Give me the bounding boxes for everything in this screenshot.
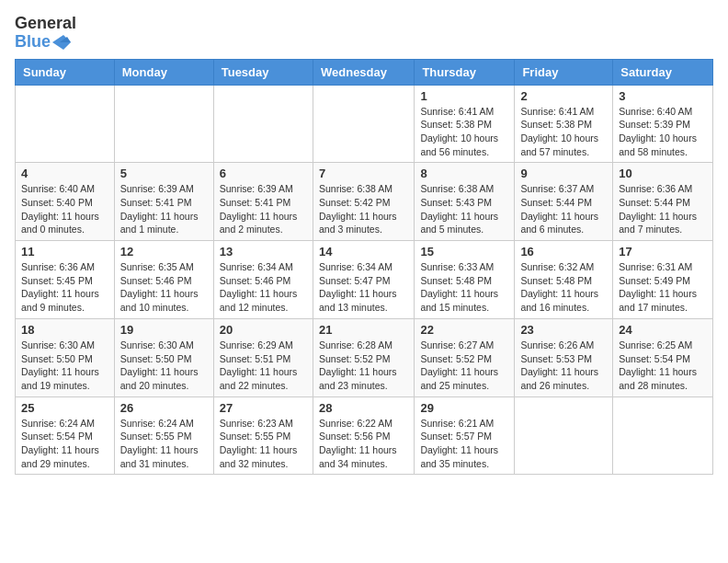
calendar-cell: 12Sunrise: 6:35 AM Sunset: 5:46 PM Dayli… [114,241,213,319]
day-number: 11 [21,245,108,259]
calendar-cell: 7Sunrise: 6:38 AM Sunset: 5:42 PM Daylig… [313,163,414,241]
day-info: Sunrise: 6:29 AM Sunset: 5:51 PM Dayligh… [220,339,307,393]
calendar-cell: 4Sunrise: 6:40 AM Sunset: 5:40 PM Daylig… [16,163,115,241]
day-number: 13 [220,245,307,259]
calendar-cell [213,85,313,163]
day-info: Sunrise: 6:31 AM Sunset: 5:49 PM Dayligh… [619,260,707,315]
day-info: Sunrise: 6:26 AM Sunset: 5:53 PM Dayligh… [520,339,607,393]
day-number: 5 [120,167,208,180]
calendar-cell: 11Sunrise: 6:36 AM Sunset: 5:45 PM Dayli… [16,241,115,319]
calendar-cell [313,85,414,163]
day-number: 8 [420,167,508,180]
calendar-cell: 14Sunrise: 6:34 AM Sunset: 5:47 PM Dayli… [313,241,414,319]
day-header-friday: Friday [515,59,613,85]
calendar-week-row: 18Sunrise: 6:30 AM Sunset: 5:50 PM Dayli… [16,318,713,396]
day-info: Sunrise: 6:33 AM Sunset: 5:48 PM Dayligh… [420,260,508,315]
calendar-cell: 28Sunrise: 6:22 AM Sunset: 5:56 PM Dayli… [313,396,414,475]
day-info: Sunrise: 6:21 AM Sunset: 5:57 PM Dayligh… [420,417,508,471]
calendar-cell: 10Sunrise: 6:36 AM Sunset: 5:44 PM Dayli… [613,163,713,241]
day-number: 10 [619,167,707,180]
day-info: Sunrise: 6:32 AM Sunset: 5:48 PM Dayligh… [520,260,607,315]
calendar-cell: 26Sunrise: 6:24 AM Sunset: 5:55 PM Dayli… [114,396,213,475]
day-number: 12 [120,245,208,259]
day-info: Sunrise: 6:34 AM Sunset: 5:47 PM Dayligh… [319,260,408,315]
day-number: 22 [420,323,508,337]
day-info: Sunrise: 6:40 AM Sunset: 5:40 PM Dayligh… [21,182,108,236]
day-info: Sunrise: 6:36 AM Sunset: 5:45 PM Dayligh… [21,260,108,315]
day-header-sunday: Sunday [16,59,115,85]
day-number: 24 [619,323,707,337]
day-info: Sunrise: 6:38 AM Sunset: 5:42 PM Dayligh… [319,182,408,236]
day-info: Sunrise: 6:24 AM Sunset: 5:54 PM Dayligh… [21,417,108,471]
calendar-cell: 20Sunrise: 6:29 AM Sunset: 5:51 PM Dayli… [213,318,313,396]
day-number: 29 [420,401,508,415]
day-number: 27 [220,401,307,415]
calendar-cell: 19Sunrise: 6:30 AM Sunset: 5:50 PM Dayli… [114,318,213,396]
calendar-cell: 1Sunrise: 6:41 AM Sunset: 5:38 PM Daylig… [415,85,515,163]
day-info: Sunrise: 6:30 AM Sunset: 5:50 PM Dayligh… [21,339,108,393]
calendar-cell: 3Sunrise: 6:40 AM Sunset: 5:39 PM Daylig… [613,85,713,163]
calendar-cell: 6Sunrise: 6:39 AM Sunset: 5:41 PM Daylig… [213,163,313,241]
day-header-thursday: Thursday [415,59,515,85]
day-info: Sunrise: 6:25 AM Sunset: 5:54 PM Dayligh… [619,339,707,393]
page-header: General Blue [15,15,713,52]
calendar-cell: 18Sunrise: 6:30 AM Sunset: 5:50 PM Dayli… [16,318,115,396]
calendar-cell [114,85,213,163]
day-number: 9 [520,167,607,180]
day-info: Sunrise: 6:40 AM Sunset: 5:39 PM Dayligh… [619,105,707,159]
calendar-cell: 15Sunrise: 6:33 AM Sunset: 5:48 PM Dayli… [415,241,515,319]
day-info: Sunrise: 6:39 AM Sunset: 5:41 PM Dayligh… [220,182,307,236]
day-info: Sunrise: 6:35 AM Sunset: 5:46 PM Dayligh… [120,260,208,315]
day-number: 21 [319,323,408,337]
calendar-cell: 27Sunrise: 6:23 AM Sunset: 5:55 PM Dayli… [213,396,313,475]
day-number: 19 [120,323,208,337]
day-info: Sunrise: 6:27 AM Sunset: 5:52 PM Dayligh… [420,339,508,393]
day-number: 7 [319,167,408,180]
day-number: 3 [619,89,707,103]
day-header-monday: Monday [114,59,213,85]
logo: General Blue [15,15,76,52]
calendar-cell: 17Sunrise: 6:31 AM Sunset: 5:49 PM Dayli… [613,241,713,319]
calendar-week-row: 1Sunrise: 6:41 AM Sunset: 5:38 PM Daylig… [16,85,713,163]
calendar-cell: 25Sunrise: 6:24 AM Sunset: 5:54 PM Dayli… [16,396,115,475]
calendar-cell: 21Sunrise: 6:28 AM Sunset: 5:52 PM Dayli… [313,318,414,396]
calendar-cell: 9Sunrise: 6:37 AM Sunset: 5:44 PM Daylig… [515,163,613,241]
day-number: 26 [120,401,208,415]
day-header-wednesday: Wednesday [313,59,414,85]
calendar-cell [515,396,613,475]
day-number: 6 [220,167,307,180]
day-info: Sunrise: 6:41 AM Sunset: 5:38 PM Dayligh… [420,105,508,159]
day-info: Sunrise: 6:41 AM Sunset: 5:38 PM Dayligh… [520,105,607,159]
calendar-cell: 22Sunrise: 6:27 AM Sunset: 5:52 PM Dayli… [415,318,515,396]
calendar-cell [613,396,713,475]
day-number: 15 [420,245,508,259]
calendar-cell: 29Sunrise: 6:21 AM Sunset: 5:57 PM Dayli… [415,396,515,475]
day-number: 28 [319,401,408,415]
day-number: 17 [619,245,707,259]
logo-text-block: General Blue [15,15,76,52]
day-number: 4 [21,167,108,180]
day-header-saturday: Saturday [613,59,713,85]
day-number: 20 [220,323,307,337]
calendar-cell: 13Sunrise: 6:34 AM Sunset: 5:46 PM Dayli… [213,241,313,319]
calendar-cell: 16Sunrise: 6:32 AM Sunset: 5:48 PM Dayli… [515,241,613,319]
calendar-cell: 24Sunrise: 6:25 AM Sunset: 5:54 PM Dayli… [613,318,713,396]
calendar-cell: 23Sunrise: 6:26 AM Sunset: 5:53 PM Dayli… [515,318,613,396]
day-info: Sunrise: 6:38 AM Sunset: 5:43 PM Dayligh… [420,182,508,236]
day-info: Sunrise: 6:39 AM Sunset: 5:41 PM Dayligh… [120,182,208,236]
day-info: Sunrise: 6:24 AM Sunset: 5:55 PM Dayligh… [120,417,208,471]
day-number: 23 [520,323,607,337]
day-info: Sunrise: 6:22 AM Sunset: 5:56 PM Dayligh… [319,417,408,471]
day-info: Sunrise: 6:30 AM Sunset: 5:50 PM Dayligh… [120,339,208,393]
calendar-header-row: SundayMondayTuesdayWednesdayThursdayFrid… [16,59,713,85]
calendar-cell: 2Sunrise: 6:41 AM Sunset: 5:38 PM Daylig… [515,85,613,163]
day-info: Sunrise: 6:37 AM Sunset: 5:44 PM Dayligh… [520,182,607,236]
calendar-cell: 8Sunrise: 6:38 AM Sunset: 5:43 PM Daylig… [415,163,515,241]
calendar-cell: 5Sunrise: 6:39 AM Sunset: 5:41 PM Daylig… [114,163,213,241]
calendar-week-row: 25Sunrise: 6:24 AM Sunset: 5:54 PM Dayli… [16,396,713,475]
day-info: Sunrise: 6:23 AM Sunset: 5:55 PM Dayligh… [220,417,307,471]
day-number: 25 [21,401,108,415]
day-info: Sunrise: 6:34 AM Sunset: 5:46 PM Dayligh… [220,260,307,315]
day-info: Sunrise: 6:36 AM Sunset: 5:44 PM Dayligh… [619,182,707,236]
day-header-tuesday: Tuesday [213,59,313,85]
